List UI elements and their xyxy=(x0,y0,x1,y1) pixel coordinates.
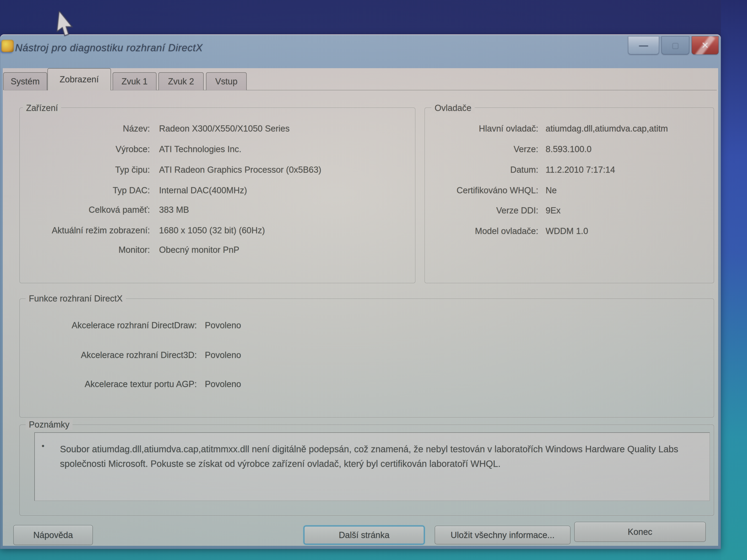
dxdiag-window: Nástroj pro diagnostiku rozhraní DirectX… xyxy=(0,34,721,549)
tab-system[interactable]: Systém xyxy=(3,72,47,90)
close-button[interactable]: ✕ xyxy=(692,36,719,54)
window-title: Nástroj pro diagnostiku rozhraní DirectX xyxy=(15,42,203,54)
titlebar[interactable]: Nástroj pro diagnostiku rozhraní DirectX… xyxy=(0,34,721,68)
tab-sound-1[interactable]: Zvuk 1 xyxy=(112,72,157,90)
minimize-icon: — xyxy=(639,40,648,51)
tabstrip-divider xyxy=(4,90,717,90)
notes-group-title: Poznámky xyxy=(26,419,73,430)
directx-app-icon xyxy=(1,40,14,52)
tab-sound-2[interactable]: Zvuk 2 xyxy=(158,72,204,90)
notes-text: Soubor atiumdag.dll,atiumdva.cap,atitmmx… xyxy=(60,442,687,471)
driver-group-title: Ovladače xyxy=(431,103,475,113)
minimize-button[interactable]: — xyxy=(628,36,659,54)
dialog-client-area: Systém Zobrazení Zvuk 1 Zvuk 2 Vstup Zař… xyxy=(3,68,718,546)
maximize-icon: ▢ xyxy=(672,41,679,50)
help-button[interactable]: Nápověda xyxy=(13,525,93,545)
notes-bullet: • xyxy=(42,442,44,450)
exit-button[interactable]: Konec xyxy=(574,522,706,542)
maximize-button[interactable]: ▢ xyxy=(662,36,689,54)
directx-features-title: Funkce rozhraní DirectX xyxy=(26,293,126,304)
device-group-title: Zařízení xyxy=(23,103,61,113)
mouse-cursor-icon xyxy=(57,11,77,41)
tab-input[interactable]: Vstup xyxy=(206,72,247,90)
desktop-wallpaper-bottom xyxy=(0,549,721,560)
next-page-button[interactable]: Další stránka xyxy=(304,526,424,544)
save-all-information-button[interactable]: Uložit všechny informace... xyxy=(435,526,570,544)
close-icon: ✕ xyxy=(701,40,709,51)
tab-display[interactable]: Zobrazení xyxy=(47,68,111,90)
desktop-wallpaper-right xyxy=(721,0,747,560)
